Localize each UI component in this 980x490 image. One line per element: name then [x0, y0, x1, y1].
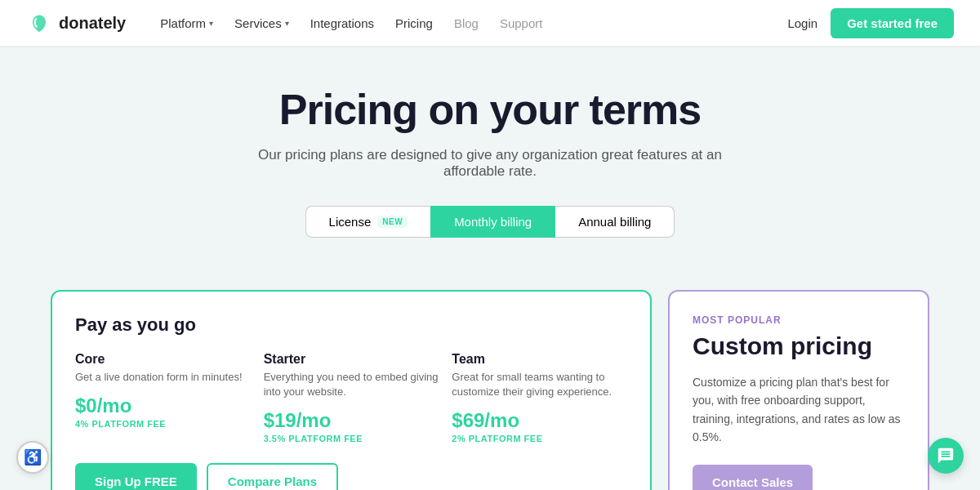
accessibility-button[interactable]: ♿ [16, 441, 49, 474]
plan-team: Team Great for small teams wanting to cu… [452, 352, 627, 443]
plan-core-price: $0/mo [75, 394, 251, 417]
card-actions: Sign Up FREE Compare Plans [75, 463, 627, 490]
left-card-title: Pay as you go [75, 314, 627, 336]
plan-team-price: $69/mo [452, 409, 627, 432]
contact-sales-button[interactable]: Contact Sales [693, 465, 813, 490]
pay-as-you-go-card: Pay as you go Core Get a live donation f… [51, 290, 652, 490]
navbar: donately Platform ▾ Services ▾ Integrati… [0, 0, 980, 46]
sign-up-free-button[interactable]: Sign Up FREE [75, 463, 197, 490]
hero-subtitle: Our pricing plans are designed to give a… [245, 147, 735, 180]
plan-starter-price: $19/mo [264, 409, 439, 432]
nav-platform[interactable]: Platform ▾ [152, 10, 221, 37]
billing-tabs: License NEW Monthly billing Annual billi… [16, 206, 964, 238]
nav-pricing[interactable]: Pricing [387, 10, 441, 37]
plans-grid: Core Get a live donation form in minutes… [75, 352, 627, 443]
plan-core-name: Core [75, 352, 251, 367]
nav-blog[interactable]: Blog [446, 10, 487, 37]
hero-section: Pricing on your terms Our pricing plans … [0, 46, 980, 290]
plan-team-name: Team [452, 352, 627, 367]
login-link[interactable]: Login [787, 16, 817, 30]
tab-monthly[interactable]: Monthly billing [430, 206, 555, 238]
logo-text: donately [59, 14, 126, 33]
most-popular-badge: MOST POPULAR [693, 314, 905, 326]
nav-right: Login Get started free [787, 8, 954, 38]
accessibility-icon: ♿ [24, 448, 42, 466]
custom-pricing-title: Custom pricing [693, 332, 905, 360]
tab-license[interactable]: License NEW [305, 206, 431, 238]
plan-starter-fee: 3.5% PLATFORM FEE [264, 434, 439, 443]
logo-icon [26, 10, 52, 36]
plan-core-fee: 4% PLATFORM FEE [75, 419, 251, 429]
custom-pricing-desc: Customize a pricing plan that's best for… [693, 373, 905, 448]
custom-pricing-card: MOST POPULAR Custom pricing Customize a … [668, 290, 929, 490]
chat-icon [937, 447, 955, 465]
get-started-button[interactable]: Get started free [831, 8, 954, 38]
nav-support[interactable]: Support [492, 10, 551, 37]
chevron-down-icon: ▾ [285, 19, 289, 28]
plan-starter-name: Starter [264, 352, 439, 367]
plan-team-desc: Great for small teams wanting to customi… [452, 370, 627, 399]
plan-core: Core Get a live donation form in minutes… [75, 352, 251, 443]
nav-links: Platform ▾ Services ▾ Integrations Prici… [152, 10, 787, 37]
tab-annual[interactable]: Annual billing [555, 206, 675, 238]
new-badge: NEW [377, 216, 408, 228]
plan-team-fee: 2% PLATFORM FEE [452, 434, 627, 443]
nav-integrations[interactable]: Integrations [302, 10, 382, 37]
logo[interactable]: donately [26, 10, 126, 36]
chat-widget[interactable] [928, 438, 964, 474]
hero-title: Pricing on your terms [16, 85, 964, 134]
plan-starter: Starter Everything you need to embed giv… [264, 352, 439, 443]
plan-core-desc: Get a live donation form in minutes! [75, 370, 251, 385]
compare-plans-button[interactable]: Compare Plans [207, 463, 338, 490]
nav-services[interactable]: Services ▾ [226, 10, 297, 37]
plan-starter-desc: Everything you need to embed giving into… [264, 370, 439, 399]
chevron-down-icon: ▾ [209, 19, 213, 28]
pricing-cards: Pay as you go Core Get a live donation f… [24, 290, 956, 490]
